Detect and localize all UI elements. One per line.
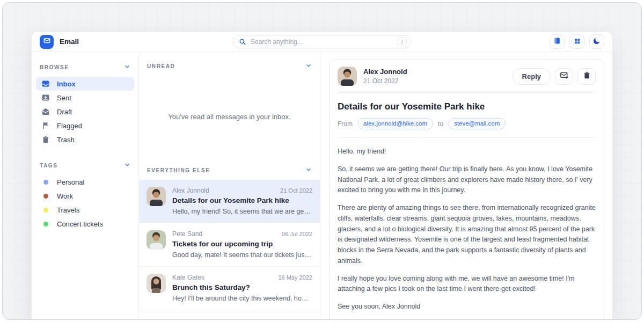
tag-item-work[interactable]: Work: [36, 189, 134, 203]
chevron-down-icon[interactable]: [305, 61, 312, 71]
from-label: From: [338, 120, 353, 128]
sidebar-item-label: Draft: [57, 108, 72, 116]
chevron-down-icon[interactable]: [124, 160, 130, 170]
email-date: 06 Jul 2022: [282, 231, 312, 237]
chevron-down-icon[interactable]: [305, 165, 312, 175]
sidebar-item-flagged[interactable]: Flagged: [36, 119, 134, 133]
email-list-item[interactable]: Kate Gates 16 May 2022 Brunch this Satur…: [139, 267, 320, 310]
email-snippet: Good day, mate! It seems that our ticket…: [172, 251, 312, 259]
app-title: Email: [60, 38, 79, 46]
apps-grid-icon: [574, 37, 581, 47]
email-body: Hello, my friend! So, it seems we are ge…: [338, 138, 596, 320]
everything-else-label: EVERYTHING ELSE: [147, 167, 210, 173]
dark-mode-toggle[interactable]: [589, 34, 604, 49]
email-snippet: Hey! I'll be around the city this weeken…: [172, 295, 312, 302]
apps-grid-button[interactable]: [569, 34, 584, 49]
tags-label: TAGS: [40, 163, 57, 169]
delete-email-button[interactable]: [577, 68, 596, 85]
tag-item-concert-tickets[interactable]: Concert tickets: [36, 217, 134, 231]
flag-icon: [41, 121, 50, 130]
email-subject: Details for our Yosemite Park hike: [172, 196, 312, 204]
search-bar[interactable]: /: [233, 35, 411, 48]
email-subject: Tickets for our upcoming trip: [172, 240, 312, 248]
envelope-icon: [43, 36, 51, 47]
unread-empty-state: You've read all messages in your inbox.: [139, 76, 320, 158]
from-email-pill[interactable]: alex.jonnold@hike.com: [357, 118, 433, 129]
envelope-plus-icon: [560, 71, 568, 82]
email-list-item[interactable]: Pete Sand 06 Jul 2022 Tickets for our up…: [139, 223, 320, 267]
avatar: [147, 274, 166, 293]
sidebar-item-draft[interactable]: Draft: [36, 105, 134, 119]
body-paragraph: I really hope you love coming along with…: [338, 274, 596, 295]
body-paragraph: There are plenty of amazing things to se…: [338, 203, 596, 267]
unread-label: UNREAD: [147, 63, 175, 69]
body-paragraph: See you soon, Alex Jonnold: [338, 302, 596, 312]
email-list-item[interactable]: Alex Jonnold 21 Oct 2022 Details for our…: [139, 180, 320, 223]
browse-label: BROWSE: [40, 64, 69, 70]
email-sender: Alex Jonnold: [172, 187, 209, 194]
reply-button[interactable]: Reply: [513, 68, 551, 85]
detail-header: Alex Jonnold 21 Oct 2022 Reply: [338, 60, 596, 92]
sidebar-item-label: Trash: [57, 136, 75, 144]
to-email-pill[interactable]: steve@mail.com: [448, 118, 506, 129]
email-date: 21 Oct 2022: [280, 187, 312, 194]
tag-item-label: Work: [57, 192, 73, 200]
sidebar-item-trash[interactable]: Trash: [36, 133, 134, 147]
avatar: [147, 187, 166, 206]
body-paragraph: So, it seems we are getting there! Our t…: [338, 164, 596, 196]
email-detail-column: Alex Jonnold 21 Oct 2022 Reply: [320, 52, 612, 320]
divider: [338, 92, 596, 93]
tag-item-label: Concert tickets: [57, 220, 103, 228]
moon-dark-mode-icon: [593, 37, 601, 47]
search-input[interactable]: [251, 38, 393, 46]
tag-color-dot: [43, 194, 48, 199]
email-sender: Pete Sand: [172, 230, 202, 238]
sent-icon: [41, 93, 50, 102]
browse-section-header[interactable]: BROWSE: [32, 53, 138, 77]
tag-color-dot: [43, 208, 48, 213]
tag-item-label: Personal: [57, 178, 84, 186]
tag-color-dot: [43, 222, 48, 226]
detail-actions: Reply: [513, 68, 596, 85]
trash-icon: [41, 135, 50, 144]
to-label: to: [438, 120, 443, 128]
desktop-background: Email /: [2, 2, 642, 320]
from-to-row: From alex.jonnold@hike.com to steve@mail…: [338, 118, 596, 137]
reading-list-button[interactable]: [550, 34, 565, 49]
inbox-icon: [41, 79, 50, 88]
message-list-column: UNREAD You've read all messages in your …: [139, 52, 320, 320]
detail-sender-name: Alex Jonnold: [363, 68, 407, 76]
top-bar: Email /: [32, 32, 612, 52]
chevron-down-icon[interactable]: [124, 62, 130, 72]
unread-section-header[interactable]: UNREAD: [139, 52, 320, 76]
sidebar-item-label: Flagged: [57, 122, 82, 130]
search-icon: [239, 38, 246, 46]
tag-item-label: Travels: [57, 206, 79, 214]
brand: Email: [40, 35, 79, 49]
detail-subject: Details for our Yosemite Park hike: [338, 101, 596, 112]
email-detail-card: Alex Jonnold 21 Oct 2022 Reply: [329, 60, 604, 320]
main-columns: BROWSE Inbox Sent: [32, 52, 612, 320]
tag-item-travels[interactable]: Travels: [36, 203, 134, 217]
tag-color-dot: [43, 180, 48, 185]
forward-email-button[interactable]: [555, 68, 573, 85]
email-app-window: Email /: [31, 31, 613, 320]
email-app-logo: [40, 35, 54, 49]
tags-section-header[interactable]: TAGS: [32, 147, 138, 175]
email-date: 16 May 2022: [278, 274, 312, 281]
tag-item-personal[interactable]: Personal: [36, 175, 134, 189]
sidebar-item-sent[interactable]: Sent: [36, 91, 134, 105]
detail-date: 21 Oct 2022: [363, 77, 407, 85]
search-shortcut-badge: /: [398, 37, 407, 46]
draft-envelope-icon: [41, 107, 50, 116]
avatar: [147, 230, 166, 250]
trash-icon: [583, 71, 591, 82]
sidebar-item-label: Sent: [57, 94, 71, 102]
top-actions: [550, 34, 604, 49]
reading-list-icon: [553, 37, 561, 47]
email-subject: Brunch this Saturday?: [172, 283, 312, 291]
body-paragraph: Hello, my friend!: [338, 147, 596, 157]
everything-else-section-header[interactable]: EVERYTHING ELSE: [139, 158, 320, 180]
sidebar: BROWSE Inbox Sent: [32, 52, 139, 320]
sidebar-item-inbox[interactable]: Inbox: [36, 77, 134, 91]
